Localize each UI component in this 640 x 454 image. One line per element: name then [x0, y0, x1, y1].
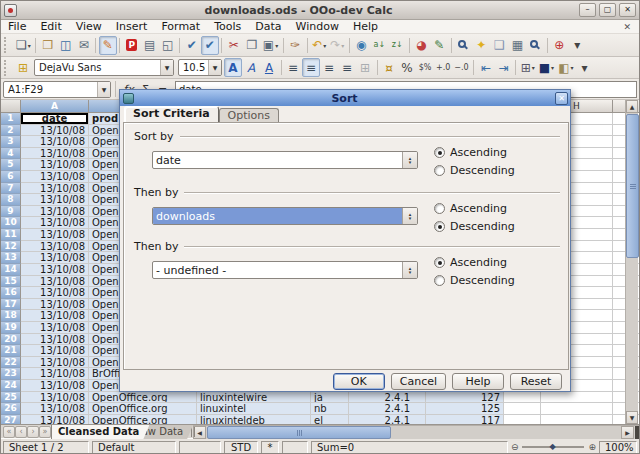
decrease-indent-button[interactable]: ⇤ [477, 58, 495, 77]
row-header-8[interactable]: 8 [1, 194, 21, 206]
menu-view[interactable]: View [69, 20, 109, 34]
font-size-combobox[interactable]: 10.5▼ [178, 59, 222, 76]
chevron-down-icon[interactable]: ▼ [160, 60, 173, 75]
row-header-21[interactable]: 21 [1, 345, 21, 357]
spellcheck-button[interactable]: ✔ [183, 36, 201, 55]
chevron-down-icon[interactable]: ▾ [323, 42, 326, 49]
cell-a7[interactable]: 13/10/08 [21, 183, 89, 195]
select-all-corner[interactable] [1, 100, 21, 113]
cell-h25[interactable] [541, 392, 613, 404]
spinner-icon[interactable]: ▴▾ [402, 208, 417, 224]
status-zoom-level[interactable]: 100% [599, 441, 637, 454]
sort-descending-button[interactable]: z↓ [388, 36, 406, 55]
standard-format-button[interactable]: $% [416, 58, 434, 77]
zoom-slider-handle[interactable]: ◆ [549, 442, 555, 451]
align-center-button[interactable]: ≡ [302, 58, 320, 77]
row-header-12[interactable]: 12 [1, 241, 21, 253]
chevron-down-icon[interactable]: ▾ [570, 64, 573, 71]
menu-window[interactable]: Window [289, 20, 346, 34]
scroll-down-icon[interactable]: ▼ [626, 411, 638, 424]
row-header-7[interactable]: 7 [1, 183, 21, 195]
open-button[interactable]: ❒ [39, 36, 57, 55]
cell-a26[interactable]: 13/10/08 [21, 403, 89, 415]
next-sheet-icon[interactable]: › [27, 426, 39, 438]
horizontal-scrollbar[interactable]: ◀ ▶ [193, 425, 639, 439]
cell-b25[interactable]: OpenOffice.org [89, 392, 197, 404]
cell-a12[interactable]: 13/10/08 [21, 241, 89, 253]
chevron-down-icon[interactable]: ▾ [532, 64, 535, 71]
cell-a2[interactable]: 13/10/08 [21, 125, 89, 137]
save-button[interactable]: ◫ [57, 36, 75, 55]
cell-f27[interactable]: 117 [426, 415, 504, 424]
row-header-20[interactable]: 20 [1, 334, 21, 346]
cell-a14[interactable]: 13/10/08 [21, 264, 89, 276]
dialog-title-bar[interactable]: Sort ✕ [120, 90, 570, 106]
borders-button[interactable]: ⊞▾ [519, 58, 537, 77]
descending-radio-3[interactable]: Descending [434, 274, 515, 287]
cell-a10[interactable]: 13/10/08 [21, 217, 89, 229]
delete-decimal-button[interactable]: −.0 [452, 58, 470, 77]
cell-a4[interactable]: 13/10/08 [21, 148, 89, 160]
spinner-icon[interactable]: ▴▾ [402, 152, 417, 168]
gallery-button[interactable]: ❑ [490, 36, 508, 55]
horizontal-scroll-thumb[interactable] [207, 426, 391, 439]
vertical-scrollbar[interactable]: ▲ ▼ [625, 100, 638, 424]
status-selection-mode[interactable]: STD [224, 441, 258, 454]
cell-e26[interactable]: 2.4.1 [349, 403, 426, 415]
border-color-button[interactable]: ◧▾ [556, 58, 575, 77]
chevron-down-icon[interactable]: ▾ [341, 42, 344, 49]
align-left-button[interactable]: ≡ [284, 58, 302, 77]
zoom-button[interactable] [526, 36, 544, 55]
row-header-19[interactable]: 19 [1, 322, 21, 334]
row-header-16[interactable]: 16 [1, 287, 21, 299]
cell-a20[interactable]: 13/10/08 [21, 334, 89, 346]
tab-split-handle[interactable] [191, 427, 195, 437]
ok-button[interactable]: OK [333, 373, 385, 390]
toolbar-grip[interactable] [4, 37, 11, 53]
cell-b26[interactable]: OpenOffice.org [89, 403, 197, 415]
cancel-button[interactable]: Cancel [391, 373, 446, 390]
menu-insert[interactable]: Insert [109, 20, 155, 34]
cell-a21[interactable]: 13/10/08 [21, 345, 89, 357]
row-header-6[interactable]: 6 [1, 171, 21, 183]
sort-field-combobox-3[interactable]: - undefined -▴▾ [152, 261, 418, 279]
show-draw-functions-button[interactable]: ✎ [430, 36, 448, 55]
cell-a3[interactable]: 13/10/08 [21, 136, 89, 148]
cell-g27[interactable] [504, 415, 541, 424]
split-handle[interactable] [635, 426, 639, 439]
vertical-scroll-thumb[interactable] [626, 114, 639, 258]
menu-file[interactable]: File [1, 20, 33, 34]
ascending-radio-3[interactable]: Ascending [434, 256, 507, 269]
page-preview-button[interactable]: ◱ [159, 36, 177, 55]
justified-button[interactable]: ≡ [338, 58, 356, 77]
sort-field-combobox-1[interactable]: date▴▾ [152, 151, 418, 169]
scroll-right-icon[interactable]: ▶ [621, 426, 634, 439]
cell-f25[interactable]: 127 [426, 392, 504, 404]
chevron-down-icon[interactable]: ▼ [97, 82, 110, 97]
cell-d27[interactable]: el [311, 415, 349, 424]
ascending-radio-2[interactable]: Ascending [434, 202, 507, 215]
toolbar-options-button[interactable]: ▾ [568, 36, 586, 55]
hyperlink-button[interactable]: ◉ [352, 36, 370, 55]
reset-button[interactable]: Reset [510, 373, 562, 390]
dialog-close-icon[interactable]: ✕ [555, 92, 568, 105]
row-header-3[interactable]: 3 [1, 136, 21, 148]
menu-help[interactable]: Help [346, 20, 385, 34]
row-header-4[interactable]: 4 [1, 148, 21, 160]
cell-a15[interactable]: 13/10/08 [21, 276, 89, 288]
toolbar-grip[interactable] [4, 60, 11, 76]
cell-f26[interactable]: 125 [426, 403, 504, 415]
redo-button[interactable]: ↷▾ [328, 36, 346, 55]
chevron-down-icon[interactable]: ▾ [275, 42, 278, 49]
cell-a17[interactable]: 13/10/08 [21, 299, 89, 311]
cell-g25[interactable] [504, 392, 541, 404]
chevron-down-icon[interactable]: ▾ [551, 64, 554, 71]
column-header-a[interactable]: A [21, 100, 89, 113]
close-button[interactable]: ✕ [619, 3, 636, 17]
last-sheet-icon[interactable]: » [39, 426, 51, 438]
row-header-22[interactable]: 22 [1, 357, 21, 369]
cell-b27[interactable]: OpenOffice.org [89, 415, 197, 424]
cell-d26[interactable]: nb [311, 403, 349, 415]
row-header-14[interactable]: 14 [1, 264, 21, 276]
tab-sort-criteria[interactable]: Sort Criteria [124, 106, 219, 122]
